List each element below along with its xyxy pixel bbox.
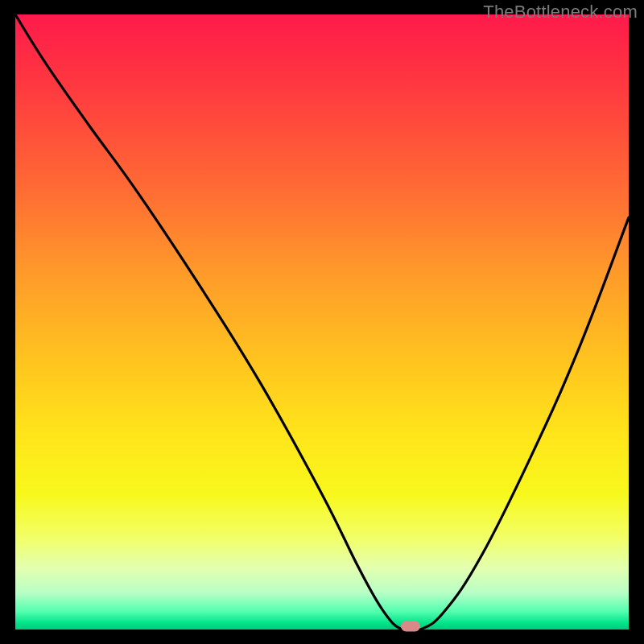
bottleneck-curve-path xyxy=(15,14,629,630)
watermark-text: TheBottleneck.com xyxy=(483,2,638,23)
minimum-marker xyxy=(401,621,420,632)
curve-svg xyxy=(15,14,629,630)
plot-area xyxy=(15,14,629,630)
chart-frame: TheBottleneck.com xyxy=(0,0,644,644)
